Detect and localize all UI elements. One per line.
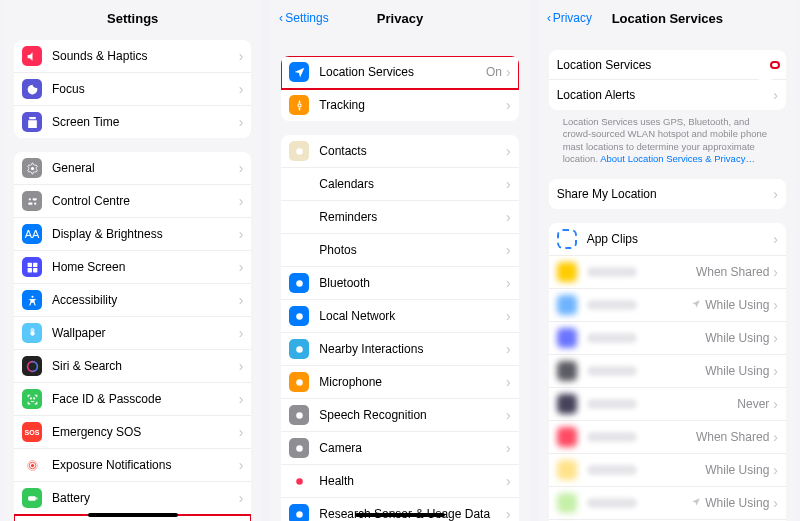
chevron-right-icon: › (773, 330, 778, 346)
row-localnetwork[interactable]: Local Network› (281, 300, 518, 333)
row-sos[interactable]: SOSEmergency SOS› (14, 416, 251, 449)
navbar: › Privacy Location Services (539, 0, 796, 36)
row-camera[interactable]: Camera› (281, 432, 518, 465)
page-title: Privacy (377, 11, 423, 26)
row-bluetooth[interactable]: Bluetooth› (281, 267, 518, 300)
svg-point-26 (296, 247, 303, 254)
row-photos[interactable]: Photos› (281, 234, 518, 267)
screentime-icon (22, 112, 42, 132)
svg-rect-3 (28, 202, 32, 204)
svg-point-12 (30, 397, 31, 398)
contacts-icon (289, 141, 309, 161)
app-row[interactable]: When Shared› (549, 256, 786, 289)
photos-icon (289, 240, 309, 260)
research-icon (289, 504, 309, 521)
row-label: Screen Time (52, 115, 235, 129)
row-label: Calendars (319, 177, 502, 191)
row-display[interactable]: AADisplay & Brightness› (14, 218, 251, 251)
row-exposure[interactable]: Exposure Notifications› (14, 449, 251, 482)
scroll-area[interactable]: Location ServicesOn›Tracking› Contacts›C… (271, 36, 528, 521)
back-button[interactable]: › Privacy (547, 11, 592, 25)
chevron-right-icon: › (506, 143, 511, 159)
svg-point-30 (296, 379, 303, 386)
row-accessibility[interactable]: Accessibility› (14, 284, 251, 317)
row-faceid[interactable]: Face ID & Passcode› (14, 383, 251, 416)
row-location[interactable]: Location ServicesOn› (281, 56, 518, 89)
app-status: When Shared (696, 265, 769, 279)
location-services-pane: › Privacy Location Services Location Ser… (539, 0, 796, 521)
about-link[interactable]: About Location Services & Privacy… (600, 153, 755, 164)
app-row[interactable]: While Using› (549, 355, 786, 388)
display-icon: AA (22, 224, 42, 244)
scroll-area[interactable]: Sounds & Haptics›Focus›Screen Time› Gene… (4, 36, 261, 521)
app-status: While Using (705, 496, 769, 510)
privacy-pane: › Settings Privacy Location ServicesOn›T… (271, 0, 528, 521)
row-tracking[interactable]: Tracking› (281, 89, 518, 121)
row-label: Location Services (319, 65, 486, 79)
row-general[interactable]: General› (14, 152, 251, 185)
scroll-area[interactable]: Location Services Location Alerts › Loca… (539, 36, 796, 521)
svg-rect-18 (36, 497, 37, 499)
row-focus[interactable]: Focus› (14, 73, 251, 106)
settings-pane: Settings Sounds & Haptics›Focus›Screen T… (4, 0, 261, 521)
row-health[interactable]: Health› (281, 465, 518, 498)
app-row[interactable]: While Using› (549, 289, 786, 322)
row-homescreen[interactable]: Home Screen› (14, 251, 251, 284)
chevron-right-icon: › (239, 358, 244, 374)
row-screentime[interactable]: Screen Time› (14, 106, 251, 138)
svg-point-22 (298, 103, 301, 106)
app-clips-row[interactable]: App Clips › (549, 223, 786, 256)
chevron-right-icon: › (239, 391, 244, 407)
row-label: Focus (52, 82, 235, 96)
nearby-icon (289, 339, 309, 359)
row-nearby[interactable]: Nearby Interactions› (281, 333, 518, 366)
app-row[interactable]: When Shared› (549, 421, 786, 454)
svg-rect-5 (27, 262, 31, 266)
row-siri[interactable]: Siri & Search› (14, 350, 251, 383)
row-contacts[interactable]: Contacts› (281, 135, 518, 168)
chevron-right-icon: › (239, 490, 244, 506)
location-arrow-icon (691, 299, 701, 311)
chevron-right-icon: › (239, 325, 244, 341)
location-services-row[interactable]: Location Services (549, 50, 786, 80)
chevron-right-icon: › (239, 114, 244, 130)
chevron-right-icon: › (506, 308, 511, 324)
app-label-blurred (587, 498, 637, 508)
location-alerts-row[interactable]: Location Alerts › (549, 80, 786, 110)
navbar: Settings (4, 0, 261, 36)
svg-point-27 (296, 280, 303, 287)
app-icon-blurred (557, 493, 577, 513)
back-button[interactable]: › Settings (279, 11, 328, 25)
row-sounds[interactable]: Sounds & Haptics› (14, 40, 251, 73)
chevron-right-icon: › (506, 341, 511, 357)
row-reminders[interactable]: Reminders› (281, 201, 518, 234)
row-microphone[interactable]: Microphone› (281, 366, 518, 399)
chevron-right-icon: › (773, 186, 778, 202)
row-label: Local Network (319, 309, 502, 323)
app-row[interactable]: While Using› (549, 454, 786, 487)
app-row[interactable]: While Using› (549, 322, 786, 355)
row-controlcentre[interactable]: Control Centre› (14, 185, 251, 218)
app-row[interactable]: While Using› (549, 487, 786, 520)
row-research[interactable]: Research Sensor & Usage Data› (281, 498, 518, 521)
focus-icon (22, 79, 42, 99)
highlight (772, 63, 778, 67)
svg-point-31 (296, 412, 303, 419)
row-calendars[interactable]: Calendars› (281, 168, 518, 201)
app-row[interactable]: Never› (549, 388, 786, 421)
battery-icon (22, 488, 42, 508)
row-speech[interactable]: Speech Recognition› (281, 399, 518, 432)
location-icon (289, 62, 309, 82)
chevron-right-icon: › (773, 495, 778, 511)
row-wallpaper[interactable]: Wallpaper› (14, 317, 251, 350)
tracking-icon (289, 95, 309, 115)
share-my-location-row[interactable]: Share My Location › (549, 179, 786, 209)
row-label: Face ID & Passcode (52, 392, 235, 406)
chevron-right-icon: › (239, 457, 244, 473)
row-battery[interactable]: Battery› (14, 482, 251, 515)
app-icon-blurred (557, 460, 577, 480)
chevron-right-icon: › (773, 264, 778, 280)
chevron-right-icon: › (239, 424, 244, 440)
row-label: Exposure Notifications (52, 458, 235, 472)
chevron-right-icon: › (239, 48, 244, 64)
